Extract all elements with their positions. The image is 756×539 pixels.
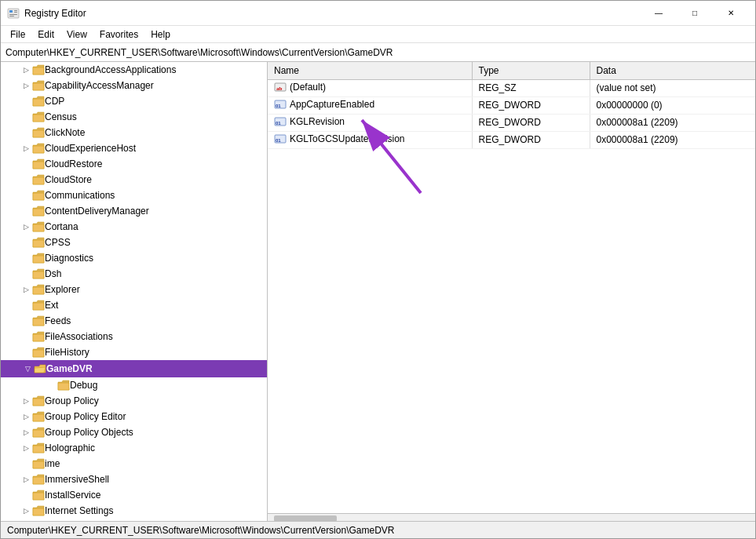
tree-item-cloudexperience[interactable]: ▷ CloudExperienceHost (1, 140, 267, 156)
tree-item-backgroundaccess[interactable]: ▷ BackgroundAccessApplications (1, 62, 267, 78)
expander-icon: ▷ (20, 223, 32, 231)
tree-item-immersiveshell[interactable]: ▷ ImmersiveShell (1, 472, 267, 487)
tree-item-explorer[interactable]: ▷ Explorer (1, 282, 267, 297)
folder-icon (32, 158, 45, 169)
tree-label: Internet Settings (45, 505, 113, 516)
tree-item-debug[interactable]: Debug (1, 377, 267, 393)
tree-label: ime (45, 458, 60, 469)
tree-item-gamedvr[interactable]: ▽ GameDVR (1, 360, 267, 377)
expander-icon: ▷ (20, 428, 32, 436)
tree-item-holographic[interactable]: ▷ Holographic (1, 440, 267, 456)
address-path: Computer\HKEY_CURRENT_USER\Software\Micr… (5, 47, 393, 58)
svg-rect-2 (14, 10, 17, 11)
reg-name-cell: 01 KGLToGCSUpdateRevision (268, 131, 472, 148)
tree-label: Debug (70, 380, 97, 391)
tree-label: CloudExperienceHost (45, 143, 136, 154)
tree-item-fileassociations[interactable]: FileAssociations (1, 329, 267, 344)
tree-label: Group Policy Objects (45, 427, 133, 438)
title-bar: Registry Editor — □ ✕ (1, 1, 755, 26)
folder-icon (32, 96, 45, 107)
tree-item-cloudstore[interactable]: CloudStore (1, 172, 267, 188)
folder-icon (32, 111, 45, 122)
tree-item-cdp[interactable]: CDP (1, 93, 267, 109)
reg-type-cell: REG_DWORD (472, 131, 590, 148)
svg-text:01: 01 (276, 138, 281, 143)
tree-label: Diagnostics (45, 253, 93, 264)
reg-type-cell: REG_DWORD (472, 97, 590, 114)
menu-edit[interactable]: Edit (31, 27, 60, 42)
tree-label: CPSS (45, 237, 71, 248)
tree-item-installservice[interactable]: InstallService (1, 487, 267, 503)
tree-label: Communications (45, 190, 115, 201)
svg-text:ab: ab (276, 86, 283, 92)
tree-item-cloudrestore[interactable]: CloudRestore (1, 156, 267, 172)
tree-label: Dsh (45, 268, 61, 279)
tree-item-cortana[interactable]: ▷ Cortana (1, 219, 267, 235)
table-row[interactable]: ab (Default) REG_SZ (value not set) (268, 79, 755, 97)
table-row[interactable]: 01 AppCaptureEnabled REG_DWORD 0x0000000… (268, 97, 755, 114)
table-row[interactable]: 01 KGLRevision REG_DWORD 0x000008a1 (220… (268, 114, 755, 131)
tree-item-feeds[interactable]: Feeds (1, 313, 267, 329)
folder-icon (32, 458, 45, 469)
menu-help[interactable]: Help (144, 27, 177, 42)
folder-icon (32, 64, 45, 75)
tree-item-capabilityaccess[interactable]: ▷ CapabilityAccessManager (1, 78, 267, 93)
tree-item-dsh[interactable]: Dsh (1, 266, 267, 282)
folder-icon (32, 268, 45, 279)
expander-icon: ▷ (20, 286, 32, 293)
folder-icon (32, 221, 45, 232)
tree-label: BackgroundAccessApplications (45, 64, 176, 75)
menu-favorites[interactable]: Favorites (93, 27, 144, 42)
svg-rect-5 (9, 16, 14, 16)
table-row[interactable]: 01 KGLToGCSUpdateRevision REG_DWORD 0x00… (268, 131, 755, 148)
col-name[interactable]: Name (268, 62, 472, 79)
col-data[interactable]: Data (590, 62, 755, 79)
svg-rect-1 (9, 10, 13, 13)
expander-icon: ▷ (20, 475, 32, 483)
close-button[interactable]: ✕ (713, 1, 749, 26)
tree-item-grouppolicyobjects[interactable]: ▷ Group Policy Objects (1, 424, 267, 440)
tree-item-census[interactable]: Census (1, 109, 267, 125)
tree-item-filehistory[interactable]: FileHistory (1, 344, 267, 360)
status-text: Computer\HKEY_CURRENT_USER\Software\Micr… (7, 525, 394, 536)
svg-rect-4 (9, 14, 17, 15)
dword-icon: 01 (274, 99, 287, 110)
tree-label: ImmersiveShell (45, 474, 109, 485)
expander-icon: ▷ (20, 444, 32, 452)
tree-pane[interactable]: ▷ BackgroundAccessApplications ▷ Capabil… (1, 62, 268, 523)
col-type[interactable]: Type (472, 62, 590, 79)
app-icon (7, 7, 20, 20)
folder-icon (32, 284, 45, 295)
tree-item-communications[interactable]: Communications (1, 188, 267, 203)
maximize-button[interactable]: □ (677, 1, 713, 26)
tree-label: Group Policy (45, 395, 99, 406)
tree-label: FileHistory (45, 347, 89, 358)
tree-label: CDP (45, 96, 64, 107)
tree-item-clicknote[interactable]: ClickNote (1, 125, 267, 140)
tree-item-ext[interactable]: Ext (1, 297, 267, 313)
folder-icon (32, 253, 45, 264)
tree-label: Census (45, 111, 77, 122)
main-content: ▷ BackgroundAccessApplications ▷ Capabil… (1, 62, 755, 523)
tree-item-internetsettings[interactable]: ▷ Internet Settings (1, 503, 267, 519)
folder-icon (32, 127, 45, 138)
menu-bar: File Edit View Favorites Help (1, 26, 755, 43)
folder-icon (32, 300, 45, 311)
tree-item-grouppolicyeditor[interactable]: ▷ Group Policy Editor (1, 409, 267, 424)
ab-icon: ab (274, 82, 287, 93)
folder-icon (57, 380, 70, 391)
tree-item-grouppolicy[interactable]: ▷ Group Policy (1, 393, 267, 409)
folder-icon (32, 237, 45, 248)
tree-item-contentdelivery[interactable]: ContentDeliveryManager (1, 203, 267, 219)
folder-icon (32, 490, 45, 501)
folder-icon (32, 331, 45, 342)
tree-item-diagnostics[interactable]: Diagnostics (1, 250, 267, 266)
menu-file[interactable]: File (4, 27, 31, 42)
tree-item-ime[interactable]: ime (1, 456, 267, 472)
menu-view[interactable]: View (60, 27, 93, 42)
reg-name-cell: 01 AppCaptureEnabled (268, 97, 472, 114)
registry-table: Name Type Data (268, 62, 755, 149)
minimize-button[interactable]: — (641, 1, 677, 26)
tree-item-cpss[interactable]: CPSS (1, 235, 267, 250)
reg-data-cell: (value not set) (590, 79, 755, 97)
